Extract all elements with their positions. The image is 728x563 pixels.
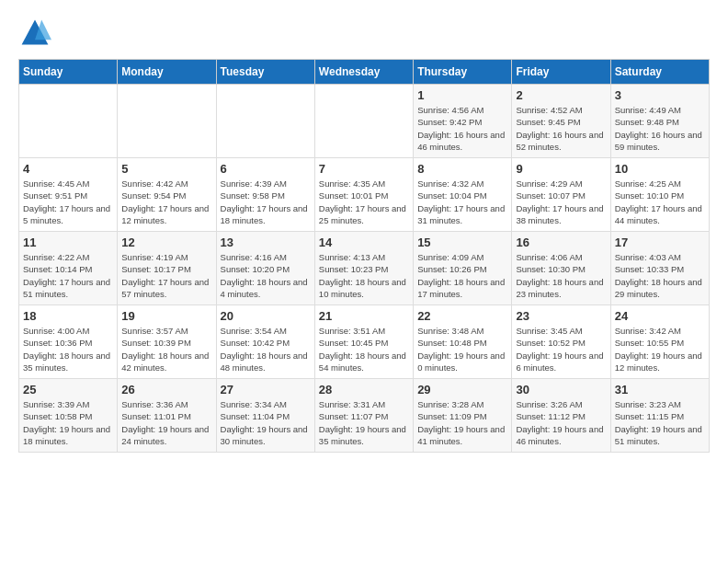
week-row-4: 18Sunrise: 4:00 AM Sunset: 10:36 PM Dayl… <box>19 305 710 379</box>
day-number: 26 <box>121 383 211 396</box>
calendar-cell: 3Sunrise: 4:49 AM Sunset: 9:48 PM Daylig… <box>610 85 709 158</box>
cell-content: Sunrise: 4:06 AM Sunset: 10:30 PM Daylig… <box>516 251 606 300</box>
calendar-cell: 27Sunrise: 3:34 AM Sunset: 11:04 PM Dayl… <box>216 379 314 453</box>
cell-content: Sunrise: 4:03 AM Sunset: 10:33 PM Daylig… <box>615 251 705 300</box>
day-number: 18 <box>23 309 113 323</box>
cell-content: Sunrise: 4:00 AM Sunset: 10:36 PM Daylig… <box>23 325 113 373</box>
calendar-cell: 25Sunrise: 3:39 AM Sunset: 10:58 PM Dayl… <box>19 379 118 453</box>
cell-content: Sunrise: 4:09 AM Sunset: 10:26 PM Daylig… <box>417 251 507 300</box>
day-number: 21 <box>319 309 409 323</box>
calendar-cell: 4Sunrise: 4:45 AM Sunset: 9:51 PM Daylig… <box>19 158 118 232</box>
day-number: 31 <box>615 383 705 396</box>
calendar-cell: 8Sunrise: 4:32 AM Sunset: 10:04 PM Dayli… <box>414 158 512 232</box>
cell-content: Sunrise: 4:49 AM Sunset: 9:48 PM Dayligh… <box>615 104 705 153</box>
cell-content: Sunrise: 3:45 AM Sunset: 10:52 PM Daylig… <box>516 325 606 373</box>
calendar-cell: 18Sunrise: 4:00 AM Sunset: 10:36 PM Dayl… <box>19 305 118 379</box>
week-row-2: 4Sunrise: 4:45 AM Sunset: 9:51 PM Daylig… <box>19 158 710 232</box>
calendar-cell: 28Sunrise: 3:31 AM Sunset: 11:07 PM Dayl… <box>314 379 413 453</box>
day-number: 16 <box>516 236 606 249</box>
cell-content: Sunrise: 4:16 AM Sunset: 10:20 PM Daylig… <box>221 251 311 300</box>
cell-content: Sunrise: 4:39 AM Sunset: 9:58 PM Dayligh… <box>221 178 311 226</box>
cell-content: Sunrise: 4:35 AM Sunset: 10:01 PM Daylig… <box>319 178 409 226</box>
day-number: 2 <box>516 88 606 102</box>
calendar-cell: 13Sunrise: 4:16 AM Sunset: 10:20 PM Dayl… <box>216 232 314 305</box>
calendar-cell: 1Sunrise: 4:56 AM Sunset: 9:42 PM Daylig… <box>414 85 512 158</box>
day-number: 15 <box>417 236 507 249</box>
cell-content: Sunrise: 4:25 AM Sunset: 10:10 PM Daylig… <box>615 178 705 226</box>
calendar-cell: 30Sunrise: 3:26 AM Sunset: 11:12 PM Dayl… <box>512 379 610 453</box>
week-row-1: 1Sunrise: 4:56 AM Sunset: 9:42 PM Daylig… <box>19 85 710 158</box>
day-number: 9 <box>516 162 606 176</box>
cell-content: Sunrise: 3:48 AM Sunset: 10:48 PM Daylig… <box>417 325 507 373</box>
cell-content: Sunrise: 3:28 AM Sunset: 11:09 PM Daylig… <box>417 398 507 447</box>
day-number: 10 <box>615 162 705 176</box>
day-number: 14 <box>319 236 409 249</box>
week-row-5: 25Sunrise: 3:39 AM Sunset: 10:58 PM Dayl… <box>19 379 710 453</box>
day-number: 13 <box>221 236 311 249</box>
cell-content: Sunrise: 3:51 AM Sunset: 10:45 PM Daylig… <box>319 325 409 373</box>
calendar-cell: 29Sunrise: 3:28 AM Sunset: 11:09 PM Dayl… <box>414 379 512 453</box>
cell-content: Sunrise: 3:31 AM Sunset: 11:07 PM Daylig… <box>319 398 409 447</box>
calendar-cell: 7Sunrise: 4:35 AM Sunset: 10:01 PM Dayli… <box>314 158 413 232</box>
day-number: 25 <box>23 383 113 396</box>
day-number: 7 <box>319 162 409 176</box>
cell-content: Sunrise: 4:52 AM Sunset: 9:45 PM Dayligh… <box>516 104 606 153</box>
calendar-cell <box>314 85 413 158</box>
cell-content: Sunrise: 3:57 AM Sunset: 10:39 PM Daylig… <box>121 325 211 373</box>
calendar-cell: 15Sunrise: 4:09 AM Sunset: 10:26 PM Dayl… <box>414 232 512 305</box>
day-number: 6 <box>221 162 311 176</box>
day-number: 11 <box>23 236 113 249</box>
calendar-cell: 22Sunrise: 3:48 AM Sunset: 10:48 PM Dayl… <box>414 305 512 379</box>
calendar-table: SundayMondayTuesdayWednesdayThursdayFrid… <box>18 59 710 453</box>
cell-content: Sunrise: 4:42 AM Sunset: 9:54 PM Dayligh… <box>121 178 211 226</box>
calendar-cell <box>118 85 216 158</box>
calendar-cell: 10Sunrise: 4:25 AM Sunset: 10:10 PM Dayl… <box>610 158 709 232</box>
page: SundayMondayTuesdayWednesdayThursdayFrid… <box>0 0 728 462</box>
day-number: 12 <box>121 236 211 249</box>
calendar-cell <box>216 85 314 158</box>
day-number: 22 <box>417 309 507 323</box>
logo <box>18 17 55 50</box>
calendar-cell: 20Sunrise: 3:54 AM Sunset: 10:42 PM Dayl… <box>216 305 314 379</box>
calendar-cell: 21Sunrise: 3:51 AM Sunset: 10:45 PM Dayl… <box>314 305 413 379</box>
calendar-cell: 14Sunrise: 4:13 AM Sunset: 10:23 PM Dayl… <box>314 232 413 305</box>
day-number: 1 <box>417 88 507 102</box>
calendar-cell: 9Sunrise: 4:29 AM Sunset: 10:07 PM Dayli… <box>512 158 610 232</box>
cell-content: Sunrise: 4:13 AM Sunset: 10:23 PM Daylig… <box>319 251 409 300</box>
day-number: 23 <box>516 309 606 323</box>
week-row-3: 11Sunrise: 4:22 AM Sunset: 10:14 PM Dayl… <box>19 232 710 305</box>
calendar-cell: 12Sunrise: 4:19 AM Sunset: 10:17 PM Dayl… <box>118 232 216 305</box>
calendar-cell: 16Sunrise: 4:06 AM Sunset: 10:30 PM Dayl… <box>512 232 610 305</box>
day-header-monday: Monday <box>118 60 216 85</box>
day-header-wednesday: Wednesday <box>314 60 413 85</box>
calendar-cell: 2Sunrise: 4:52 AM Sunset: 9:45 PM Daylig… <box>512 85 610 158</box>
cell-content: Sunrise: 4:45 AM Sunset: 9:51 PM Dayligh… <box>23 178 113 226</box>
cell-content: Sunrise: 3:26 AM Sunset: 11:12 PM Daylig… <box>516 398 606 447</box>
day-number: 28 <box>319 383 409 396</box>
day-number: 4 <box>23 162 113 176</box>
calendar-cell: 5Sunrise: 4:42 AM Sunset: 9:54 PM Daylig… <box>118 158 216 232</box>
calendar-cell <box>19 85 118 158</box>
day-header-friday: Friday <box>512 60 610 85</box>
cell-content: Sunrise: 4:22 AM Sunset: 10:14 PM Daylig… <box>23 251 113 300</box>
calendar-cell: 31Sunrise: 3:23 AM Sunset: 11:15 PM Dayl… <box>610 379 709 453</box>
calendar-cell: 17Sunrise: 4:03 AM Sunset: 10:33 PM Dayl… <box>610 232 709 305</box>
day-number: 24 <box>615 309 705 323</box>
calendar-cell: 24Sunrise: 3:42 AM Sunset: 10:55 PM Dayl… <box>610 305 709 379</box>
calendar-cell: 23Sunrise: 3:45 AM Sunset: 10:52 PM Dayl… <box>512 305 610 379</box>
day-number: 30 <box>516 383 606 396</box>
cell-content: Sunrise: 4:56 AM Sunset: 9:42 PM Dayligh… <box>417 104 507 153</box>
cell-content: Sunrise: 4:32 AM Sunset: 10:04 PM Daylig… <box>417 178 507 226</box>
day-header-sunday: Sunday <box>19 60 118 85</box>
day-header-tuesday: Tuesday <box>216 60 314 85</box>
calendar-cell: 11Sunrise: 4:22 AM Sunset: 10:14 PM Dayl… <box>19 232 118 305</box>
day-number: 29 <box>417 383 507 396</box>
cell-content: Sunrise: 4:29 AM Sunset: 10:07 PM Daylig… <box>516 178 606 226</box>
day-number: 17 <box>615 236 705 249</box>
calendar-cell: 19Sunrise: 3:57 AM Sunset: 10:39 PM Dayl… <box>118 305 216 379</box>
calendar-body: 1Sunrise: 4:56 AM Sunset: 9:42 PM Daylig… <box>19 85 710 453</box>
logo-icon <box>18 17 51 50</box>
calendar-cell: 26Sunrise: 3:36 AM Sunset: 11:01 PM Dayl… <box>118 379 216 453</box>
calendar-cell: 6Sunrise: 4:39 AM Sunset: 9:58 PM Daylig… <box>216 158 314 232</box>
day-number: 5 <box>121 162 211 176</box>
